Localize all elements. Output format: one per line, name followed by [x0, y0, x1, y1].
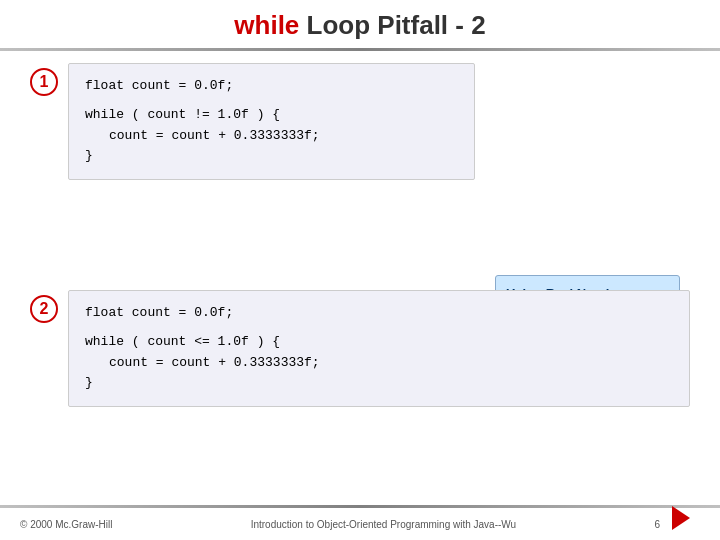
code-2-line3: while ( count <= 1.0f ) { — [85, 332, 673, 353]
code-1-line5: } — [85, 146, 458, 167]
footer-left: © 2000 Mc.Graw-Hill — [20, 519, 112, 530]
section-1: 1 float count = 0.0f; while ( count != 1… — [30, 63, 475, 180]
code-1-spacer — [85, 97, 458, 105]
code-2-line4: count = count + 0.3333333f; — [109, 353, 673, 374]
title-while: while — [234, 10, 299, 40]
code-2-line5: } — [85, 373, 673, 394]
bottom-divider — [0, 505, 720, 508]
code-block-1: float count = 0.0f; while ( count != 1.0… — [68, 63, 475, 180]
code-block-2: float count = 0.0f; while ( count <= 1.0… — [68, 290, 690, 407]
code-1-line1: float count = 0.0f; — [85, 76, 458, 97]
badge-1: 1 — [30, 68, 58, 96]
footer-right: 6 — [654, 519, 660, 530]
section-2: 2 float count = 0.0f; while ( count <= 1… — [30, 290, 690, 407]
footer-center: Introduction to Object-Oriented Programm… — [112, 519, 654, 530]
code-2-line1: float count = 0.0f; — [85, 303, 673, 324]
code-1-line3: while ( count != 1.0f ) { — [85, 105, 458, 126]
top-divider — [0, 48, 720, 51]
slide-title: while Loop Pitfall - 2 — [0, 10, 720, 41]
badge-2: 2 — [30, 295, 58, 323]
code-1-line4: count = count + 0.3333333f; — [109, 126, 458, 147]
footer: © 2000 Mc.Graw-Hill Introduction to Obje… — [20, 519, 660, 530]
next-arrow[interactable] — [672, 506, 690, 530]
content-area: 1 float count = 0.0f; while ( count != 1… — [30, 55, 690, 502]
title-rest: Loop Pitfall - 2 — [299, 10, 485, 40]
code-2-spacer — [85, 324, 673, 332]
